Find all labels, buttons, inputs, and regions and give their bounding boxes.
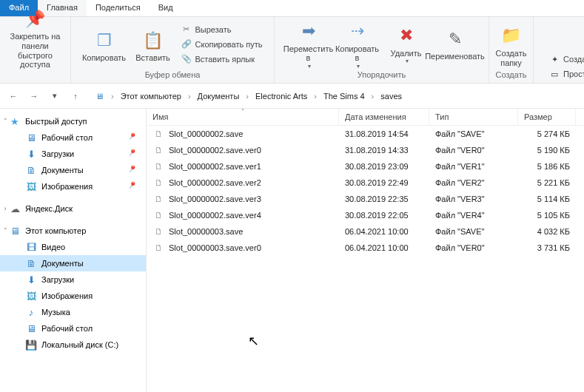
nav-documents-pc[interactable]: 🗎 Документы — [0, 255, 146, 271]
navigation-pane[interactable]: ˅ ★ Быстрый доступ 🖥 Рабочий стол 📍 ⬇ За… — [0, 109, 147, 392]
nav-label: Изображения — [41, 182, 93, 191]
sort-asc-icon: ˄ — [241, 109, 244, 115]
easy-access-button[interactable]: ▭ Простой — [548, 67, 584, 81]
crumb-this-pc[interactable]: Этот компьютер — [117, 89, 185, 103]
file-type: Файл "VER4" — [429, 209, 518, 222]
crumb-sims4[interactable]: The Sims 4 — [320, 89, 369, 103]
file-icon: 🗋 — [152, 144, 164, 156]
file-row[interactable]: 🗋Slot_00000002.save.ver430.08.2019 22:05… — [147, 207, 584, 223]
file-row[interactable]: 🗋Slot_00000002.save.ver230.08.2019 22:49… — [147, 175, 584, 191]
file-row[interactable]: 🗋Slot_00000002.save.ver330.08.2019 22:35… — [147, 191, 584, 207]
chevron-down-icon[interactable]: ˅ — [1, 227, 9, 234]
easy-access-icon: ▭ — [548, 68, 560, 80]
column-header-size[interactable]: Размер — [518, 109, 576, 125]
column-header-type[interactable]: Тип — [429, 109, 518, 125]
crumb-sep[interactable]: › — [187, 92, 192, 101]
nav-forward-button[interactable]: → — [25, 87, 43, 105]
new-folder-icon: 📁 — [500, 24, 523, 47]
crumb-sep[interactable]: › — [244, 92, 250, 101]
nav-label: Локальный диск (C:) — [41, 340, 118, 349]
tab-share[interactable]: Поделиться — [87, 0, 150, 16]
pin-icon: 📍 — [126, 163, 143, 178]
move-to-button[interactable]: ➡ Переместить в — [286, 16, 332, 70]
nav-desktop-pc[interactable]: 🖥 Рабочий стол — [0, 320, 146, 337]
file-row[interactable]: 🗋Slot_00000002.save31.08.2019 14:54Файл … — [147, 126, 584, 142]
pc-icon[interactable]: 🖥 — [90, 87, 108, 105]
nav-music[interactable]: ♪ Музыка — [0, 304, 146, 320]
nav-video[interactable]: 🎞 Видео — [0, 239, 146, 255]
nav-this-pc[interactable]: ˅ 🖥 Этот компьютер — [0, 223, 146, 239]
nav-label: Музыка — [41, 308, 70, 317]
chevron-right-icon[interactable]: › — [1, 205, 9, 212]
nav-local-disk[interactable]: 💾 Локальный диск (C:) — [0, 337, 146, 353]
nav-back-button[interactable]: ← — [4, 87, 22, 105]
file-date: 30.08.2019 22:05 — [339, 209, 429, 222]
copy-to-button[interactable]: ⇢ Копировать в — [335, 16, 380, 70]
cut-button[interactable]: ✂ Вырезать — [179, 23, 264, 36]
file-type: Файл "SAVE" — [429, 127, 518, 141]
download-icon: ⬇ — [25, 274, 37, 285]
file-icon: 🗋 — [152, 128, 164, 140]
file-date: 06.04.2021 10:00 — [339, 225, 429, 238]
file-row[interactable]: 🗋Slot_00000003.save.ver006.04.2021 10:00… — [147, 240, 584, 256]
file-name: Slot_00000003.save.ver0 — [169, 243, 261, 252]
nav-label: Рабочий стол — [41, 324, 93, 333]
nav-downloads-pc[interactable]: ⬇ Загрузки — [0, 271, 146, 288]
column-header-name[interactable]: ˄ Имя — [147, 109, 339, 125]
file-row[interactable]: 🗋Slot_00000002.save.ver130.08.2019 23:09… — [147, 158, 584, 175]
file-name: Slot_00000002.save.ver0 — [169, 146, 261, 155]
crumb-saves[interactable]: saves — [377, 89, 406, 103]
desktop-icon: 🖥 — [25, 322, 37, 334]
download-icon: ⬇ — [25, 148, 37, 160]
new-folder-button[interactable]: 📁 Создать папку — [489, 21, 534, 67]
paste-shortcut-button[interactable]: 📎 Вставить ярлык — [179, 53, 264, 66]
delete-button[interactable]: ✖ Удалить — [383, 21, 429, 65]
copy-path-button[interactable]: 🔗 Скопировать путь — [179, 38, 264, 51]
crumb-sep[interactable]: › — [110, 92, 115, 101]
create-group-label: Создать — [496, 70, 527, 81]
file-name: Slot_00000002.save.ver2 — [169, 178, 261, 187]
nav-quick-access[interactable]: ˅ ★ Быстрый доступ — [0, 113, 146, 129]
nav-up-button[interactable]: ↑ — [67, 87, 84, 105]
images-icon: 🖼 — [25, 180, 37, 192]
nav-desktop[interactable]: 🖥 Рабочий стол 📍 — [0, 129, 146, 146]
crumb-ea[interactable]: Electronic Arts — [252, 89, 311, 103]
crumb-sep[interactable]: › — [370, 92, 376, 101]
new-folder-label: Создать папку — [489, 49, 534, 67]
file-row[interactable]: 🗋Slot_00000003.save06.04.2021 10:00Файл … — [147, 223, 584, 240]
crumb-sep[interactable]: › — [312, 92, 318, 101]
pin-icon: 📌 — [24, 7, 47, 30]
column-header-date[interactable]: Дата изменения — [339, 109, 429, 125]
paste-button[interactable]: 📋 Вставить — [130, 25, 176, 63]
file-list-header: ˄ Имя Дата изменения Тип Размер — [147, 109, 584, 126]
nav-history-button[interactable]: ▾ — [46, 87, 64, 105]
navbar: ← → ▾ ↑ 🖥 › Этот компьютер › Документы ›… — [0, 84, 584, 109]
file-type: Файл "VER3" — [429, 192, 518, 206]
nav-images-pc[interactable]: 🖼 Изображения — [0, 288, 146, 304]
copy-to-icon: ⇢ — [346, 19, 369, 43]
crumb-documents[interactable]: Документы — [194, 89, 244, 103]
file-size: 5 114 КБ — [518, 192, 576, 206]
pin-quick-access-button[interactable]: 📌 Закрепить на панели быстрого доступа — [2, 4, 69, 70]
documents-icon: 🗎 — [25, 257, 37, 269]
new-item-button[interactable]: ✦ Создать — [548, 52, 584, 67]
nav-images[interactable]: 🖼 Изображения 📍 — [0, 178, 146, 195]
tab-view[interactable]: Вид — [150, 0, 182, 16]
nav-downloads[interactable]: ⬇ Загрузки 📍 — [0, 146, 146, 162]
nav-documents[interactable]: 🗎 Документы 📍 — [0, 162, 146, 178]
file-icon: 🗋 — [152, 226, 164, 237]
chevron-down-icon[interactable]: ˅ — [1, 118, 9, 125]
rename-button[interactable]: ✎ Переименовать — [432, 24, 478, 61]
nav-yandex-disk[interactable]: › ☁ Яндекс.Диск — [0, 200, 146, 217]
pin-icon: 📍 — [126, 179, 143, 194]
copy-path-label: Скопировать путь — [195, 40, 263, 49]
file-size: 3 731 КБ — [518, 241, 576, 254]
file-list[interactable]: ˄ Имя Дата изменения Тип Размер 🗋Slot_00… — [147, 109, 584, 392]
desktop-icon: 🖥 — [25, 132, 37, 143]
file-icon: 🗋 — [152, 209, 164, 221]
paste-shortcut-label: Вставить ярлык — [195, 55, 255, 64]
disk-icon: 💾 — [25, 339, 37, 351]
file-row[interactable]: 🗋Slot_00000002.save.ver031.08.2019 14:33… — [147, 142, 584, 158]
copy-button[interactable]: ❐ Копировать — [81, 25, 127, 63]
delete-label: Удалить — [391, 49, 422, 58]
